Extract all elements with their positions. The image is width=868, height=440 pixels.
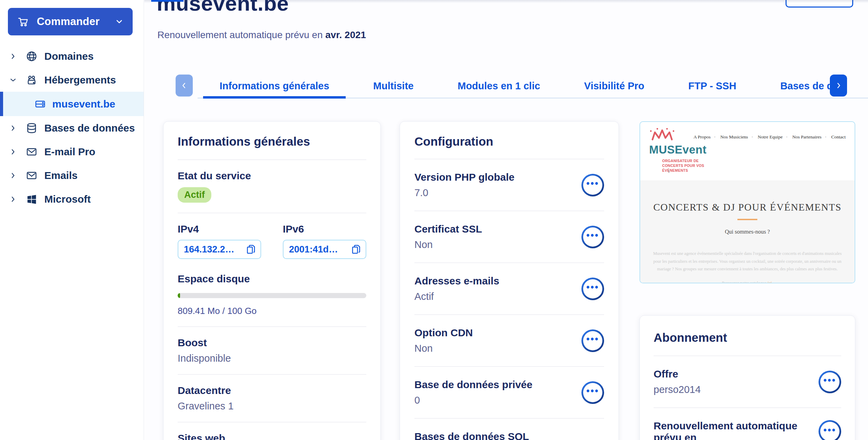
preview-nav-item: Nos Partenaires bbox=[792, 134, 830, 139]
tab-multisite[interactable]: Multisite bbox=[351, 73, 436, 99]
chevron-right-icon bbox=[835, 82, 842, 89]
options-menu-button[interactable]: ••• bbox=[581, 329, 604, 352]
websites-section: Sites web bbox=[178, 422, 366, 440]
sidebar-item-label: Hébergements bbox=[44, 74, 116, 86]
copy-icon[interactable] bbox=[351, 244, 361, 255]
preview-logo-text: MUSEvent bbox=[649, 143, 717, 156]
sidebar-item-bases-de-donnees[interactable]: Bases de données bbox=[0, 116, 144, 140]
copy-icon[interactable] bbox=[246, 244, 256, 255]
config-row-php: Version PHP globale 7.0 ••• bbox=[414, 159, 604, 211]
ipv6-value: 2001:41d… bbox=[289, 244, 338, 255]
hosting-icon bbox=[26, 74, 37, 86]
disk-usage-text: 809.41 Mo / 100 Go bbox=[178, 306, 366, 316]
preview-catalogue-link: ici bbox=[768, 281, 772, 284]
boost-section: Boost Indisponible bbox=[178, 327, 366, 374]
actions-button-label: Actions bbox=[795, 0, 831, 2]
chevron-right-icon bbox=[9, 124, 17, 132]
preview-nav-item: Nos Musiciens bbox=[720, 134, 756, 139]
field-value: Non bbox=[414, 343, 473, 354]
preview-nav-item: A Propos bbox=[693, 134, 719, 139]
sidebar-item-label: musevent.be bbox=[52, 98, 115, 110]
tab-ftp-ssh[interactable]: FTP - SSH bbox=[666, 73, 758, 99]
ipv4-block: IPv4 164.132.2… bbox=[178, 223, 261, 259]
chevron-right-icon bbox=[9, 53, 17, 60]
ipv4-copy-field[interactable]: 164.132.2… bbox=[178, 240, 261, 259]
disk-space-section: Espace disque 809.41 Mo / 100 Go bbox=[178, 269, 366, 326]
chevron-right-icon bbox=[9, 172, 17, 179]
sidebar-item-label: Microsoft bbox=[44, 193, 91, 205]
disk-usage-progressbar bbox=[178, 293, 366, 298]
config-row-sql-db: Bases de données SQL bbox=[414, 419, 604, 440]
tab-informations-generales[interactable]: Informations générales bbox=[198, 73, 351, 99]
options-menu-button[interactable]: ••• bbox=[581, 381, 604, 404]
actions-button[interactable]: Actions bbox=[786, 0, 853, 8]
card-title: Configuration bbox=[414, 135, 604, 148]
field-label: Bases de données SQL bbox=[414, 431, 529, 440]
preview-catalogue-line: Parcourez notre catalogue ici. bbox=[640, 281, 855, 284]
options-menu-button[interactable]: ••• bbox=[819, 420, 841, 440]
tab-bar: Informations générales Multisite Modules… bbox=[144, 73, 868, 99]
config-row-cdn: Option CDN Non ••• bbox=[414, 315, 604, 366]
preview-logo-tagline: ORGANISATEUR DE CONCERTS POUR VOS ÉVÉNEM… bbox=[662, 158, 717, 173]
ipv4-value: 164.132.2… bbox=[184, 244, 234, 255]
renewal-subtitle-text: Renouvellement automatique prévu en bbox=[157, 30, 325, 40]
page-title: musevent.be bbox=[157, 0, 289, 15]
field-label: Base de données privée bbox=[414, 379, 532, 391]
field-value: Gravelines 1 bbox=[178, 400, 366, 412]
sidebar-item-emails[interactable]: Emails bbox=[0, 163, 144, 187]
tab-strip: Informations générales Multisite Modules… bbox=[198, 73, 830, 99]
tabs-scroll-right-button[interactable] bbox=[830, 75, 847, 97]
sidebar-item-email-pro[interactable]: E-mail Pro bbox=[0, 140, 144, 163]
card-title: Abonnement bbox=[654, 331, 841, 345]
field-label: Boost bbox=[178, 337, 366, 349]
renewal-date: avr. 2021 bbox=[325, 30, 366, 40]
order-button[interactable]: Commander bbox=[8, 8, 133, 35]
status-badge: Actif bbox=[178, 187, 211, 203]
ellipsis-icon: ••• bbox=[581, 278, 604, 300]
field-label: Version PHP globale bbox=[414, 171, 514, 183]
chevron-right-icon bbox=[9, 195, 17, 203]
field-label: Datacentre bbox=[178, 385, 366, 396]
ipv6-block: IPv6 2001:41d… bbox=[283, 223, 366, 259]
field-label: IPv4 bbox=[178, 223, 261, 235]
active-nav-indicator bbox=[151, 0, 183, 2]
tab-modules-en-1-clic[interactable]: Modules en 1 clic bbox=[436, 73, 562, 99]
datacentre-section: Datacentre Gravelines 1 bbox=[178, 375, 366, 422]
sidebar-item-musevent[interactable]: musevent.be bbox=[0, 92, 144, 116]
sidebar-item-hebergements[interactable]: Hébergements bbox=[0, 68, 144, 92]
field-value: 7.0 bbox=[414, 187, 514, 199]
disk-usage-progress-fill bbox=[178, 293, 180, 298]
tab-visibilite-pro[interactable]: Visibilité Pro bbox=[562, 73, 666, 99]
ellipsis-icon: ••• bbox=[581, 226, 604, 248]
card-configuration: Configuration Version PHP globale 7.0 ••… bbox=[400, 121, 619, 440]
tab-bases-de-donnees[interactable]: Bases de données bbox=[758, 73, 830, 99]
website-preview-thumbnail[interactable]: MUSEvent ORGANISATEUR DE CONCERTS POUR V… bbox=[639, 121, 855, 283]
ellipsis-icon: ••• bbox=[581, 381, 604, 404]
ipv6-copy-field[interactable]: 2001:41d… bbox=[283, 240, 366, 259]
sidebar-item-label: Bases de données bbox=[44, 122, 135, 134]
options-menu-button[interactable]: ••• bbox=[581, 278, 604, 300]
ellipsis-icon: ••• bbox=[819, 371, 841, 393]
chevron-down-icon bbox=[115, 17, 124, 26]
preview-nav-item: Notre Equipe bbox=[758, 134, 791, 139]
sidebar-item-microsoft[interactable]: Microsoft bbox=[0, 187, 144, 211]
sidebar: Commander Domaines Hébergements bbox=[0, 0, 144, 440]
options-menu-button[interactable]: ••• bbox=[581, 174, 604, 196]
envelope-icon bbox=[26, 170, 37, 181]
database-icon bbox=[26, 122, 37, 134]
field-label: Offre bbox=[654, 368, 701, 380]
options-menu-button[interactable]: ••• bbox=[819, 371, 841, 393]
chevron-down-icon bbox=[9, 76, 17, 84]
tabs-scroll-left-button[interactable] bbox=[176, 75, 193, 97]
sidebar-item-domaines[interactable]: Domaines bbox=[0, 44, 144, 68]
sidebar-item-label: Domaines bbox=[44, 50, 93, 62]
field-value: Non bbox=[414, 239, 482, 250]
preview-hero-section: CONCERTS & DJ POUR ÉVÉNEMENTS Qui sommes… bbox=[640, 180, 855, 283]
chevron-left-icon bbox=[180, 82, 188, 89]
preview-paragraph: Musevent est une agence événementielle s… bbox=[651, 250, 844, 273]
field-value: Indisponible bbox=[178, 353, 366, 364]
options-menu-button[interactable]: ••• bbox=[581, 226, 604, 248]
preview-nav-item: Contact bbox=[831, 134, 846, 139]
order-button-label: Commander bbox=[37, 15, 100, 28]
card-title: Informations générales bbox=[178, 135, 366, 148]
